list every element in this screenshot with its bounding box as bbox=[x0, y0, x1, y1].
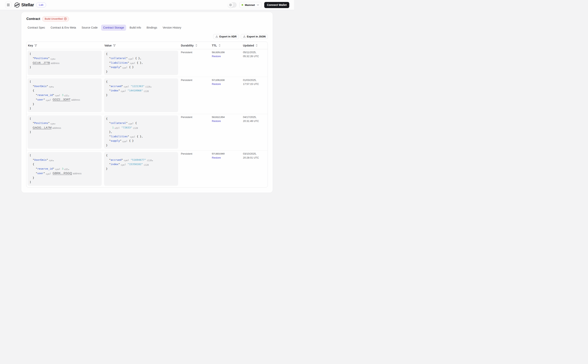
type-annotation: u32 bbox=[64, 168, 68, 170]
restore-link[interactable]: Restore bbox=[212, 156, 240, 160]
sort-icon[interactable] bbox=[255, 44, 258, 47]
value-cell: { "collateral"sym: { 1u32: "72633"i128 }… bbox=[103, 114, 179, 151]
key-code-block: [ "Positions"sym, GCU6…J77Baddress] bbox=[28, 51, 102, 75]
code-punctuation bbox=[30, 122, 33, 124]
code-punctuation: , bbox=[54, 122, 56, 124]
column-label: Key bbox=[28, 44, 33, 47]
key-cell: [ "Positions"sym, GCU6…J77Baddress] bbox=[26, 49, 103, 77]
ttl-value: 57,383,940 bbox=[212, 152, 240, 156]
code-punctuation: : bbox=[124, 163, 127, 166]
code-punctuation: , bbox=[150, 85, 152, 88]
table-header-row: KeyValueDurabilityTTLUpdated bbox=[26, 42, 268, 49]
filter-icon[interactable] bbox=[34, 44, 37, 47]
address-link[interactable]: GBRK…RSGQ bbox=[53, 172, 72, 175]
type-annotation: i128 bbox=[144, 85, 150, 88]
updated-cell: 05/11/2025,05:32:26 UTC bbox=[241, 49, 268, 77]
code-punctuation bbox=[106, 135, 109, 138]
type-annotation: sym bbox=[120, 164, 124, 166]
code-punctuation: : { } bbox=[126, 139, 134, 142]
tab-contract-spec[interactable]: Contract Spec bbox=[26, 25, 47, 31]
code-punctuation: }, bbox=[106, 130, 112, 133]
code-string-value: "72633" bbox=[121, 126, 132, 129]
tab-contract-env-meta[interactable]: Contract & Env Meta bbox=[48, 25, 78, 31]
durability-value: Persistent bbox=[181, 51, 192, 54]
code-punctuation: : bbox=[49, 172, 53, 175]
x-circle-icon bbox=[64, 17, 67, 20]
filter-icon[interactable] bbox=[113, 44, 116, 47]
restore-link[interactable]: Restore bbox=[212, 54, 240, 58]
brand[interactable]: Stellar Lab bbox=[14, 2, 46, 8]
code-punctuation bbox=[106, 57, 109, 60]
stellar-logo-icon bbox=[14, 2, 20, 8]
type-annotation: sym bbox=[128, 58, 132, 60]
tab-version-history[interactable]: Version History bbox=[161, 25, 183, 31]
sort-icon[interactable] bbox=[218, 44, 221, 47]
theme-knob bbox=[228, 2, 233, 8]
table-row: [ "Positions"sym, GCU6…J77Baddress]{ "co… bbox=[26, 49, 268, 77]
updated-line: 05/11/2025, bbox=[243, 50, 266, 54]
connect-wallet-button[interactable]: Connect Wallet bbox=[264, 2, 289, 8]
type-annotation: sym bbox=[45, 173, 49, 175]
table-row: [ "Positions"sym, GAOG…LA7Maddress]{ "co… bbox=[26, 114, 268, 151]
code-punctuation: , bbox=[68, 94, 70, 97]
code-punctuation bbox=[30, 94, 36, 97]
theme-toggle[interactable] bbox=[228, 2, 237, 8]
code-number-value: 1 bbox=[112, 126, 114, 129]
sort-icon[interactable] bbox=[195, 44, 198, 47]
contract-card: Contract Build Unverified Contract SpecC… bbox=[21, 12, 273, 193]
navbar: Stellar Lab Mainnet Connect Wallet bbox=[0, 0, 294, 10]
updated-line: 20:31:49 UTC bbox=[243, 119, 266, 123]
durability-cell: Persistent bbox=[179, 77, 210, 114]
code-punctuation bbox=[106, 126, 112, 129]
code-punctuation: { bbox=[30, 89, 34, 92]
code-punctuation bbox=[106, 89, 109, 92]
column-header-ttl: TTL bbox=[210, 42, 241, 49]
column-label: Value bbox=[105, 44, 112, 47]
value-cell: { "collateral"sym: { }, "liabilities"sym… bbox=[103, 49, 179, 77]
hamburger-menu-button[interactable] bbox=[5, 2, 11, 8]
tab-build-info[interactable]: Build Info bbox=[127, 25, 143, 31]
code-symbol: UserEmis bbox=[34, 158, 46, 161]
tab-source-code[interactable]: Source Code bbox=[79, 25, 100, 31]
address-link[interactable]: GAOG…LA7M bbox=[33, 126, 52, 129]
restore-link[interactable]: Restore bbox=[212, 82, 240, 86]
code-symbol: collateral bbox=[111, 57, 126, 60]
code-punctuation: } bbox=[30, 103, 34, 106]
code-punctuation bbox=[30, 126, 33, 129]
address-link[interactable]: GCU6…J77B bbox=[33, 61, 50, 65]
export-xdr-button[interactable]: Export in XDR bbox=[213, 34, 239, 39]
durability-cell: Persistent bbox=[179, 151, 210, 188]
network-select[interactable]: Mainnet bbox=[239, 2, 261, 8]
type-annotation: sym bbox=[48, 159, 53, 162]
column-header-key: Key bbox=[26, 42, 103, 49]
tab-contract-storage[interactable]: Contract Storage bbox=[101, 25, 126, 31]
restore-link[interactable]: Restore bbox=[212, 119, 240, 123]
storage-table: KeyValueDurabilityTTLUpdated [ "Position… bbox=[26, 42, 268, 188]
code-number-value: 3 bbox=[62, 94, 64, 97]
value-code-block: { "collateral"sym: { }, "liabilities"sym… bbox=[104, 51, 178, 75]
code-punctuation bbox=[106, 85, 109, 88]
code-symbol: liabilities bbox=[111, 61, 127, 64]
export-json-button[interactable]: Export in JSON bbox=[241, 34, 268, 39]
updated-line: 01/03/2025, bbox=[243, 78, 266, 82]
code-symbol: supply bbox=[111, 65, 120, 69]
network-status-dot bbox=[242, 4, 243, 6]
table-body: [ "Positions"sym, GCU6…J77Baddress]{ "co… bbox=[26, 49, 268, 188]
code-punctuation: } bbox=[106, 144, 108, 147]
ttl-cell: 57,106,638Restore bbox=[210, 77, 241, 114]
type-annotation: sym bbox=[48, 85, 53, 88]
code-punctuation: ] bbox=[30, 107, 31, 110]
code-punctuation: : bbox=[59, 167, 62, 170]
tab-bindings[interactable]: Bindings bbox=[144, 25, 159, 31]
key-code-block: [ "Positions"sym, GAOG…LA7Maddress] bbox=[28, 115, 102, 149]
type-annotation: sym bbox=[54, 168, 59, 170]
code-punctuation: } bbox=[30, 176, 34, 179]
code-symbol: reserve_id bbox=[37, 167, 53, 170]
ttl-cell: 58,612,354Restore bbox=[210, 114, 241, 151]
updated-line: 05:32:26 UTC bbox=[243, 54, 266, 58]
code-punctuation: : { }, bbox=[134, 135, 143, 138]
code-string-value: "14410966" bbox=[127, 89, 143, 92]
code-punctuation bbox=[30, 167, 36, 170]
address-link[interactable]: GDZ2…3DRT bbox=[53, 98, 71, 101]
card-header: Contract Build Unverified bbox=[26, 16, 268, 22]
